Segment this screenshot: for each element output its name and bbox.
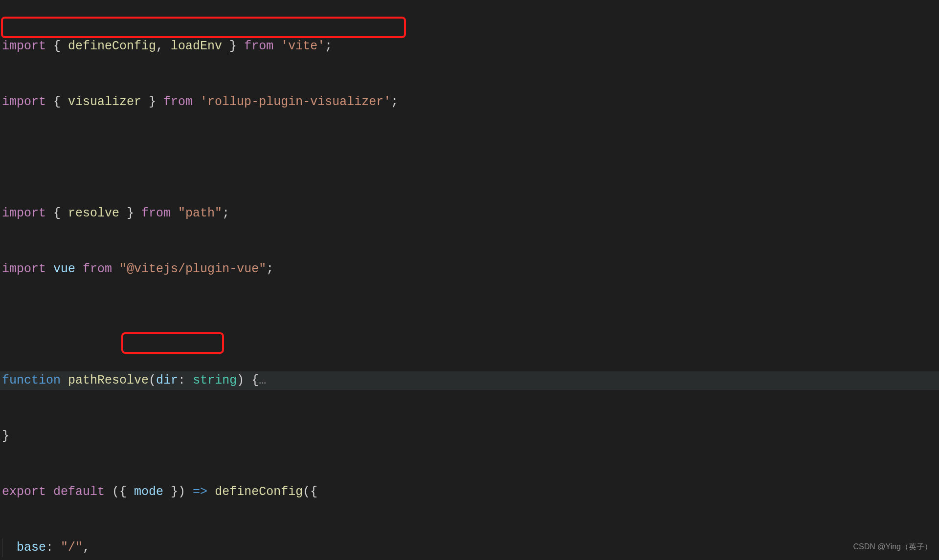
- keyword-function: function: [2, 371, 61, 390]
- keyword-from: from: [141, 204, 171, 223]
- identifier: resolve: [68, 204, 119, 223]
- function-name: pathResolve: [68, 371, 149, 390]
- code-line: base: "/",: [0, 538, 939, 557]
- string-literal: "path": [178, 204, 222, 223]
- code-line: export default ({ mode }) => defineConfi…: [0, 483, 939, 501]
- code-line: import { visualizer } from 'rollup-plugi…: [0, 93, 939, 111]
- arrow: =>: [193, 483, 207, 501]
- keyword-from: from: [163, 93, 193, 111]
- keyword-export: export: [2, 483, 46, 501]
- keyword-from: from: [83, 260, 112, 279]
- keyword-import: import: [2, 204, 46, 223]
- identifier: mode: [134, 483, 163, 501]
- string-literal: 'rollup-plugin-visualizer': [200, 93, 391, 111]
- code-line-empty: [0, 149, 939, 167]
- code-line: import { defineConfig, loadEnv } from 'v…: [0, 37, 939, 56]
- string-literal: "/": [61, 538, 83, 557]
- property: base: [17, 538, 46, 557]
- identifier: visualizer: [68, 93, 141, 111]
- watermark: CSDN @Ying（英子）: [853, 538, 932, 556]
- identifier: defineConfig: [68, 37, 156, 56]
- code-line: function pathResolve(dir: string) {…: [0, 371, 939, 390]
- code-line: }: [0, 427, 939, 446]
- keyword-default: default: [53, 483, 105, 501]
- string-literal: 'vite': [281, 37, 325, 56]
- code-line: import vue from "@vitejs/plugin-vue";: [0, 260, 939, 279]
- function-call: defineConfig: [215, 483, 303, 501]
- type: string: [193, 371, 237, 390]
- string-literal: "@vitejs/plugin-vue": [119, 260, 266, 279]
- code-line: import { resolve } from "path";: [0, 204, 939, 223]
- code-editor[interactable]: import { defineConfig, loadEnv } from 'v…: [0, 0, 939, 560]
- fold-icon[interactable]: …: [259, 371, 266, 390]
- code-line-empty: [0, 316, 939, 334]
- keyword-import: import: [2, 260, 46, 279]
- keyword-import: import: [2, 37, 46, 56]
- keyword-from: from: [244, 37, 273, 56]
- identifier: loadEnv: [171, 37, 222, 56]
- identifier: vue: [53, 260, 75, 279]
- keyword-import: import: [2, 93, 46, 111]
- parameter: dir: [156, 371, 178, 390]
